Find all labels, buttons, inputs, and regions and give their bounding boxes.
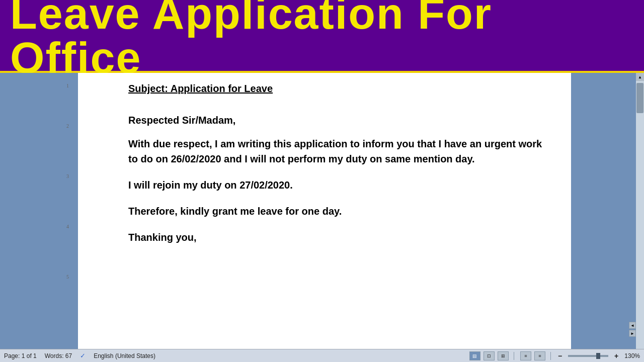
scrollbar-thumb[interactable] — [636, 83, 643, 113]
header-banner: Leave Application For Office — [0, 0, 644, 73]
full-screen-button[interactable]: ⊡ — [484, 351, 495, 360]
scrollbar-up-button[interactable]: ▲ — [636, 73, 644, 81]
scroll-prev-button[interactable]: ◄ — [629, 322, 636, 329]
paragraph-4-partial: Thanking you, — [128, 230, 551, 245]
outline-view-button[interactable]: ≡ — [520, 351, 531, 360]
main-area: 1 2 3 4 5 Subject: Application for Leave… — [0, 73, 644, 362]
draft-view-button[interactable]: ≡ — [534, 351, 545, 360]
scrollbar-track[interactable]: ▲ ▼ — [636, 73, 644, 362]
paragraph-2: I will rejoin my duty on 27/02/2020. — [128, 177, 551, 193]
status-bar: Page: 1 of 1 Words: 67 ✓ English (United… — [0, 349, 644, 362]
page-info: Page: 1 of 1 — [4, 352, 37, 359]
salutation: Respected Sir/Madam, — [128, 115, 551, 126]
paragraph-1: With due respect, I am writing this appl… — [128, 136, 551, 166]
words-info: Words: 67 — [45, 352, 72, 359]
print-layout-button[interactable]: ▤ — [469, 351, 480, 360]
zoom-slider[interactable] — [568, 355, 608, 357]
scroll-next-button[interactable]: ► — [629, 330, 636, 337]
scroll-controls: ◄ ► — [629, 322, 636, 337]
zoom-plus-button[interactable]: + — [612, 352, 620, 360]
zoom-level: 130% — [624, 352, 640, 359]
document-page: Subject: Application for Leave Respected… — [78, 73, 571, 362]
right-area: ▲ ▼ ◄ ► — [571, 73, 644, 362]
left-ruler: 1 2 3 4 5 — [0, 73, 78, 362]
subject-line: Subject: Application for Leave — [128, 83, 551, 95]
language-info[interactable]: English (United States) — [94, 352, 155, 359]
zoom-minus-button[interactable]: − — [556, 352, 564, 360]
status-right-area: ▤ ⊡ ⊞ ≡ ≡ − + 130% — [468, 351, 640, 360]
zoom-slider-thumb[interactable] — [596, 353, 600, 359]
divider2 — [550, 352, 551, 360]
spell-check-icon[interactable]: ✓ — [80, 352, 86, 359]
page-title: Leave Application For Office — [10, 0, 634, 80]
web-layout-button[interactable]: ⊞ — [498, 351, 509, 360]
paragraph-3: Therefore, kindly grant me leave for one… — [128, 204, 551, 219]
divider — [514, 352, 514, 360]
